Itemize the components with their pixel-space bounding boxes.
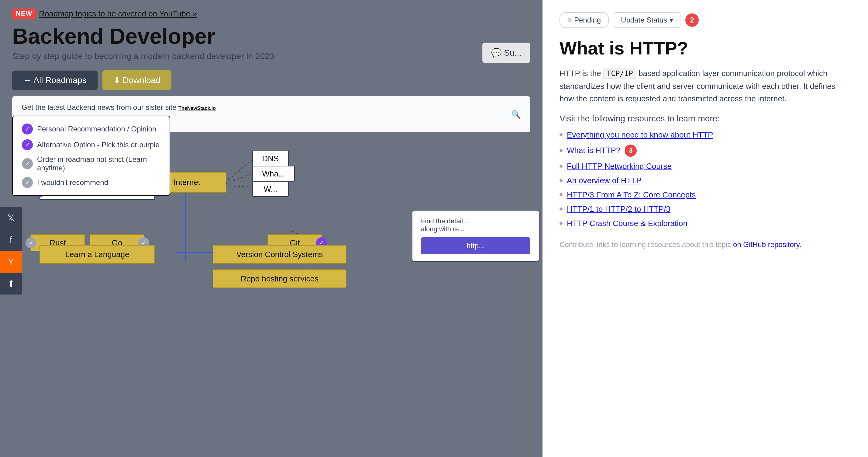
node-internet-label: Internet [174, 178, 200, 187]
legend-gray-icon-4: ✓ [22, 177, 33, 188]
update-status-button[interactable]: Update Status ▾ [614, 12, 680, 28]
new-badge: NEW [12, 8, 36, 19]
legend-box: ✓ Personal Recommendation / Opinion ✓ Al… [12, 116, 170, 196]
legend-label-1: Personal Recommendation / Opinion [37, 125, 156, 133]
social-icons: 𝕏 f Y ⬆ [0, 207, 22, 294]
desc-part-1: HTTP is the [560, 69, 603, 78]
list-item: What is HTTP? 3 [560, 145, 851, 157]
top-bar: NEW Roadmap topics to be covered on YouT… [0, 0, 542, 96]
twitter-icon[interactable]: 𝕏 [0, 207, 22, 229]
resource-link-7[interactable]: HTTP Crash Course & Exploration [567, 219, 687, 228]
legend-item-3: ✓ Order in roadmap not strict (Learn any… [22, 155, 160, 172]
chevron-down-icon: ▾ [670, 16, 673, 24]
news-site-link[interactable]: TheNewStack.io [178, 106, 216, 111]
legend-item-4: ✓ I wouldn't recommend [22, 177, 160, 188]
legend-gray-icon-3: ✓ [22, 158, 33, 169]
list-item: Full HTTP Networking Course [560, 162, 851, 171]
right-panel: Pending Update Status ▾ 2 What is HTTP? … [542, 0, 868, 457]
list-item: An overview of HTTP [560, 176, 851, 185]
update-status-label: Update Status [621, 16, 667, 24]
resource-link-3[interactable]: Full HTTP Networking Course [567, 162, 672, 171]
all-roadmaps-button[interactable]: ← All Roadmaps [12, 70, 98, 90]
panel-description: HTTP is the TCP/IP based application lay… [560, 67, 851, 105]
checkmark-rust: ✓ [26, 237, 36, 248]
legend-label-3: Order in roadmap not strict (Learn anyti… [37, 155, 160, 172]
roadmap-youtube-link[interactable]: Roadmap topics to be covered on YouTube … [39, 9, 197, 19]
node-what-domain[interactable]: Wha... [252, 166, 295, 182]
resource-dot-5 [560, 193, 563, 196]
legend-purple-icon-2: ✓ [22, 139, 33, 150]
new-badge-row: NEW Roadmap topics to be covered on YouT… [12, 8, 530, 19]
ycombinator-icon[interactable]: Y [0, 251, 22, 273]
page-title: Backend Developer [12, 24, 530, 48]
node-vcs-label: Version Control Systems [237, 250, 323, 259]
info-box-button[interactable]: http... [421, 237, 530, 254]
contribute-text-label: Contribute links to learning resources a… [560, 240, 733, 249]
resource-dot-4 [560, 179, 563, 182]
node-dns[interactable]: DNS [252, 151, 289, 166]
node-learn-language[interactable]: Learn a Language [39, 245, 155, 264]
contribute-section: Contribute links to learning resources a… [560, 240, 851, 249]
github-repo-link[interactable]: on GitHub repository. [733, 240, 801, 249]
status-dot [567, 18, 572, 22]
legend-label-2: Alternative Option - Pick this or purple [37, 141, 160, 149]
resource-link-1[interactable]: Everything you need to know about HTTP [567, 130, 713, 140]
node-learn-language-label: Learn a Language [65, 250, 129, 259]
panel-title: What is HTTP? [560, 38, 851, 59]
legend-item-2: ✓ Alternative Option - Pick this or purp… [22, 139, 160, 150]
suggest-button[interactable]: 💬 Su... [482, 42, 530, 63]
svg-line-3 [225, 160, 252, 182]
svg-line-5 [225, 185, 252, 187]
legend-purple-icon-1: ✓ [22, 123, 33, 135]
status-row: Pending Update Status ▾ 2 [560, 12, 851, 28]
resource-link-5[interactable]: HTTP/3 From A To Z: Core Concepts [567, 190, 696, 200]
left-panel: NEW Roadmap topics to be covered on YouT… [0, 0, 542, 457]
resource-link-2[interactable]: What is HTTP? [567, 146, 620, 155]
list-item: HTTP Crash Course & Exploration [560, 219, 851, 228]
badge-3: 3 [625, 145, 637, 157]
btn-row: ← All Roadmaps ⬇ Download [12, 70, 530, 90]
legend-label-4: I wouldn't recommend [37, 178, 108, 187]
list-item: HTTP/1 to HTTP/2 to HTTP/3 [560, 204, 851, 214]
node-w2-label: W... [264, 184, 277, 194]
resource-dot-1 [560, 133, 563, 136]
info-box: Find the detail...along with re... http.… [412, 210, 539, 262]
news-bar-content: Get the latest Backend news from our sis… [22, 103, 521, 112]
list-item: Everything you need to know about HTTP [560, 130, 851, 140]
legend-item-1: ✓ Personal Recommendation / Opinion [22, 123, 160, 135]
search-icon: 🔍 [511, 110, 521, 119]
resources-intro: Visit the following resources to learn m… [560, 114, 851, 123]
node-vcs[interactable]: Version Control Systems [213, 245, 346, 264]
pending-label: Pending [574, 16, 601, 24]
reddit-icon[interactable]: ⬆ [0, 273, 22, 294]
resource-dot-7 [560, 222, 563, 225]
node-dns-label: DNS [262, 154, 279, 163]
page-subtitle: Step by step guide to becoming a modern … [12, 51, 530, 61]
resource-dot-2 [560, 149, 563, 152]
resource-dot-3 [560, 165, 563, 168]
resource-link-6[interactable]: HTTP/1 to HTTP/2 to HTTP/3 [567, 204, 671, 214]
facebook-icon[interactable]: f [0, 229, 22, 251]
node-w2[interactable]: W... [252, 181, 289, 197]
resource-dot-6 [560, 207, 563, 210]
info-box-text: Find the detail...along with re... [421, 217, 530, 233]
resource-link-4[interactable]: An overview of HTTP [567, 176, 642, 185]
news-bar-text: Get the latest Backend news from our sis… [22, 103, 178, 111]
resource-list: Everything you need to know about HTTP W… [560, 130, 851, 228]
download-button[interactable]: ⬇ Download [102, 70, 172, 90]
node-what-domain-label: Wha... [262, 169, 285, 179]
list-item: HTTP/3 From A To Z: Core Concepts [560, 190, 851, 200]
node-repo[interactable]: Repo hosting services [213, 269, 346, 288]
badge-2: 2 [685, 13, 699, 27]
svg-line-4 [225, 173, 252, 184]
tcp-ip-code: TCP/IP [603, 68, 637, 79]
node-repo-label: Repo hosting services [241, 274, 318, 284]
pending-button[interactable]: Pending [560, 12, 609, 28]
